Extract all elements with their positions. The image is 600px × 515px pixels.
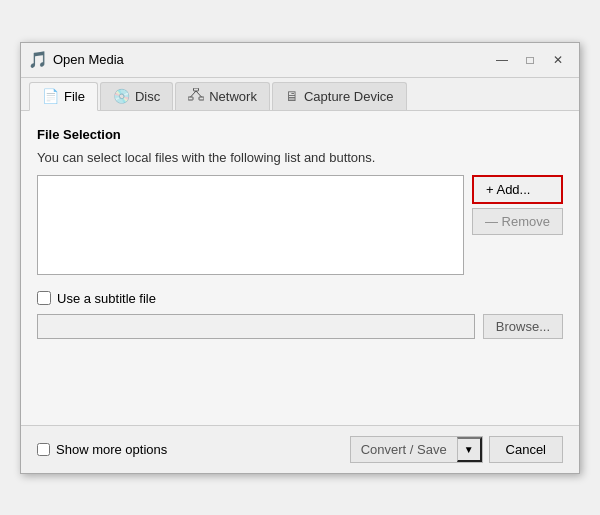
disc-tab-icon: 💿 <box>113 88 130 104</box>
minimize-button[interactable]: — <box>489 49 515 71</box>
capture-tab-icon: 🖥 <box>285 88 299 104</box>
content-area: File Selection You can select local file… <box>21 111 579 425</box>
subtitle-input-row: Browse... <box>37 314 563 339</box>
convert-save-button-group: Convert / Save ▼ <box>350 436 483 463</box>
convert-save-dropdown-button[interactable]: ▼ <box>457 437 482 462</box>
network-tab-label: Network <box>209 89 257 104</box>
svg-rect-0 <box>188 97 193 100</box>
tab-bar: 📄 File 💿 Disc Network 🖥 Capture Device <box>21 78 579 111</box>
subtitle-input[interactable] <box>37 314 475 339</box>
close-button[interactable]: ✕ <box>545 49 571 71</box>
footer: Show more options Convert / Save ▼ Cance… <box>21 425 579 473</box>
subtitle-section: Use a subtitle file Browse... <box>37 291 563 339</box>
section-title: File Selection <box>37 127 563 142</box>
footer-right: Convert / Save ▼ Cancel <box>350 436 563 463</box>
svg-rect-2 <box>199 97 204 100</box>
remove-button[interactable]: — Remove <box>472 208 563 235</box>
file-buttons: + Add... — Remove <box>472 175 563 275</box>
network-tab-icon <box>188 88 204 105</box>
title-bar-controls: — □ ✕ <box>489 49 571 71</box>
cancel-button[interactable]: Cancel <box>489 436 563 463</box>
footer-left: Show more options <box>37 442 167 457</box>
file-tab-icon: 📄 <box>42 88 59 104</box>
disc-tab-label: Disc <box>135 89 160 104</box>
title-bar: 🎵 Open Media — □ ✕ <box>21 43 579 78</box>
show-more-checkbox[interactable] <box>37 443 50 456</box>
description-text: You can select local files with the foll… <box>37 150 563 165</box>
tab-network[interactable]: Network <box>175 82 270 110</box>
open-media-window: 🎵 Open Media — □ ✕ 📄 File 💿 Disc <box>20 42 580 474</box>
convert-save-button[interactable]: Convert / Save <box>351 437 457 462</box>
file-area: + Add... — Remove <box>37 175 563 275</box>
file-list-box[interactable] <box>37 175 464 275</box>
svg-rect-1 <box>194 88 199 91</box>
title-bar-left: 🎵 Open Media <box>29 51 124 69</box>
add-button[interactable]: + Add... <box>472 175 563 204</box>
tab-disc[interactable]: 💿 Disc <box>100 82 173 110</box>
svg-line-4 <box>196 91 202 97</box>
tab-capture[interactable]: 🖥 Capture Device <box>272 82 407 110</box>
subtitle-label: Use a subtitle file <box>57 291 156 306</box>
show-more-label: Show more options <box>56 442 167 457</box>
capture-tab-label: Capture Device <box>304 89 394 104</box>
spacer <box>37 359 563 409</box>
svg-line-3 <box>191 91 197 97</box>
browse-button[interactable]: Browse... <box>483 314 563 339</box>
file-tab-label: File <box>64 89 85 104</box>
subtitle-checkbox[interactable] <box>37 291 51 305</box>
maximize-button[interactable]: □ <box>517 49 543 71</box>
window-title: Open Media <box>53 52 124 67</box>
subtitle-checkbox-row: Use a subtitle file <box>37 291 563 306</box>
tab-file[interactable]: 📄 File <box>29 82 98 111</box>
vlc-icon: 🎵 <box>29 51 47 69</box>
